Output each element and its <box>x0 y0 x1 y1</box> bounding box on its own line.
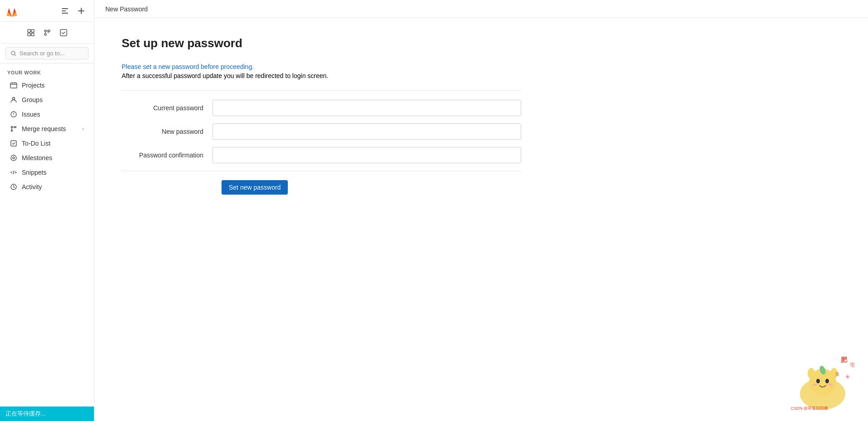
current-password-group: Current password <box>122 100 521 116</box>
svg-point-15 <box>13 98 15 100</box>
svg-rect-8 <box>31 33 34 36</box>
page-title: Set up new password <box>122 36 521 50</box>
group-icon <box>10 96 17 103</box>
todo-label: To-Do List <box>22 140 50 147</box>
info-line2: After a successful password update you w… <box>122 72 521 79</box>
password-confirmation-group: Password confirmation <box>122 147 521 163</box>
breadcrumb-text: New Password <box>105 5 148 13</box>
projects-label: Projects <box>22 82 45 89</box>
sidebar-search[interactable]: Search or go to... <box>0 44 94 64</box>
svg-point-13 <box>11 51 15 55</box>
sidebar-item-activity[interactable]: Activity <box>3 180 91 194</box>
svg-rect-2 <box>62 13 68 14</box>
svg-rect-0 <box>62 8 68 9</box>
page-breadcrumb: New Password <box>94 0 868 18</box>
sidebar-item-snippets[interactable]: Snippets <box>3 166 91 179</box>
milestone-icon <box>10 154 17 162</box>
svg-rect-5 <box>28 29 30 32</box>
info-line1: Please set a new password before proceed… <box>122 63 521 70</box>
snippet-icon <box>10 169 17 176</box>
todo-list-icon <box>10 140 17 147</box>
new-password-input[interactable] <box>212 123 521 140</box>
merge-chevron-icon: › <box>82 126 84 132</box>
status-text: 正在等待缓存... <box>5 410 46 418</box>
panels-button[interactable] <box>24 25 38 40</box>
checklist-button[interactable] <box>56 25 71 40</box>
svg-point-17 <box>11 127 13 128</box>
main-content: New Password Set up new password Please … <box>94 0 868 421</box>
svg-rect-6 <box>31 29 34 32</box>
snippets-label: Snippets <box>22 169 46 176</box>
password-confirmation-input[interactable] <box>212 147 521 163</box>
svg-rect-7 <box>28 33 30 36</box>
svg-point-18 <box>11 130 13 132</box>
quick-actions-bar <box>0 22 94 44</box>
status-bar: 正在等待缓存... <box>0 406 94 421</box>
svg-rect-12 <box>60 29 67 36</box>
current-password-label: Current password <box>122 104 212 112</box>
sidebar-top <box>0 0 94 22</box>
svg-point-9 <box>44 30 46 32</box>
project-icon <box>10 82 17 89</box>
sidebar-toggle-button[interactable] <box>58 4 72 18</box>
form-divider-bottom <box>122 171 521 171</box>
sidebar-item-groups[interactable]: Groups <box>3 93 91 107</box>
sidebar-nav: Your work Projects Groups <box>0 64 94 421</box>
issues-label: Issues <box>22 111 40 118</box>
your-work-label: Your work <box>0 64 94 78</box>
password-confirmation-label: Password confirmation <box>122 152 212 159</box>
current-password-input[interactable] <box>212 100 521 116</box>
gitlab-logo[interactable] <box>5 5 18 17</box>
form-divider <box>122 90 521 91</box>
new-item-button[interactable] <box>74 4 89 18</box>
milestones-label: Milestones <box>22 154 52 162</box>
sidebar-item-merge-requests[interactable]: Merge requests › <box>3 122 91 136</box>
svg-point-19 <box>15 127 16 128</box>
sidebar: Search or go to... Your work Projects <box>0 0 94 421</box>
sidebar-top-icons <box>58 4 89 18</box>
activity-icon <box>10 183 17 191</box>
merge-requests-label: Merge requests <box>22 125 66 132</box>
password-form: Current password New password Password c… <box>122 90 521 195</box>
groups-label: Groups <box>22 96 43 103</box>
page-body: Set up new password Please set a new pas… <box>94 18 548 213</box>
merge-icon <box>10 125 17 132</box>
sidebar-item-todo[interactable]: To-Do List <box>3 137 91 150</box>
merge-requests-button[interactable] <box>40 25 54 40</box>
svg-point-11 <box>44 34 46 35</box>
svg-rect-14 <box>10 83 17 88</box>
sidebar-item-issues[interactable]: Issues <box>3 108 91 121</box>
svg-rect-4 <box>78 10 84 11</box>
svg-rect-1 <box>62 10 66 11</box>
new-password-group: New password <box>122 123 521 140</box>
sidebar-item-projects[interactable]: Projects <box>3 78 91 92</box>
form-actions: Set new password <box>122 180 521 195</box>
activity-label: Activity <box>22 183 42 191</box>
search-icon <box>10 50 17 57</box>
search-placeholder: Search or go to... <box>20 50 65 57</box>
set-new-password-button[interactable]: Set new password <box>222 180 288 195</box>
sidebar-item-milestones[interactable]: Milestones <box>3 151 91 165</box>
issue-icon <box>10 111 17 118</box>
new-password-label: New password <box>122 128 212 135</box>
